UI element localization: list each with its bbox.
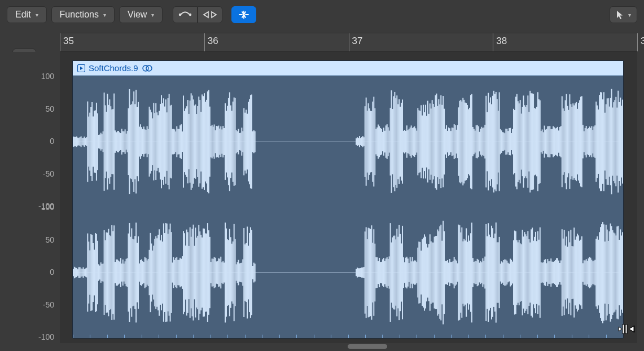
- svg-rect-815: [410, 257, 411, 288]
- svg-rect-14: [78, 138, 80, 146]
- svg-rect-596: [169, 229, 170, 315]
- svg-rect-49: [117, 131, 118, 152]
- svg-rect-610: [184, 233, 185, 312]
- svg-rect-588: [160, 240, 161, 305]
- svg-rect-880: [481, 262, 482, 283]
- edit-menu[interactable]: Edit ▾: [7, 6, 47, 23]
- svg-rect-522: [87, 234, 88, 312]
- svg-rect-821: [416, 262, 417, 283]
- audio-region[interactable]: SoftChords.9: [72, 60, 624, 339]
- svg-rect-545: [112, 231, 113, 314]
- svg-rect-55: [124, 131, 125, 152]
- svg-rect-839: [436, 236, 437, 309]
- svg-rect-370: [470, 95, 471, 188]
- waveform-area[interactable]: SoftChords.9: [60, 52, 637, 343]
- svg-rect-451: [559, 127, 560, 156]
- svg-rect-963: [572, 246, 573, 299]
- svg-rect-376: [477, 125, 478, 159]
- svg-rect-608: [182, 256, 183, 289]
- svg-rect-453: [562, 96, 563, 187]
- svg-rect-854: [453, 261, 454, 284]
- svg-rect-148: [226, 111, 227, 172]
- svg-rect-988: [600, 227, 601, 318]
- svg-rect-516: [81, 269, 82, 277]
- svg-rect-529: [95, 233, 96, 312]
- svg-rect-280: [371, 111, 372, 172]
- svg-rect-847: [445, 261, 446, 284]
- svg-rect-910: [514, 231, 515, 315]
- svg-rect-173: [253, 130, 255, 153]
- svg-rect-411: [515, 96, 516, 186]
- svg-rect-535: [102, 264, 103, 281]
- svg-rect-296: [389, 130, 390, 152]
- svg-rect-338: [435, 95, 436, 188]
- svg-rect-656: [235, 239, 236, 306]
- svg-rect-489: [601, 93, 602, 191]
- svg-rect-635: [212, 258, 213, 287]
- svg-rect-425: [531, 93, 532, 190]
- svg-rect-673: [253, 263, 255, 283]
- svg-rect-806: [400, 234, 401, 311]
- svg-rect-785: [376, 257, 378, 288]
- svg-rect-553: [121, 264, 122, 282]
- scrollbar-thumb[interactable]: [348, 344, 387, 349]
- functions-menu-label: Functions: [60, 10, 99, 20]
- svg-rect-429: [535, 108, 536, 174]
- svg-rect-273: [363, 137, 365, 146]
- svg-rect-474: [585, 128, 586, 155]
- svg-rect-408: [512, 129, 513, 155]
- svg-rect-902: [505, 260, 506, 286]
- svg-rect-930: [536, 241, 537, 304]
- svg-rect-349: [447, 131, 448, 152]
- svg-rect-579: [150, 233, 151, 312]
- svg-rect-873: [474, 262, 475, 283]
- flex-tool-button[interactable]: [173, 6, 198, 23]
- svg-rect-550: [118, 261, 119, 285]
- svg-rect-463: [572, 103, 573, 179]
- svg-rect-341: [438, 99, 439, 184]
- svg-rect-518: [83, 267, 84, 278]
- horizontal-scrollbar[interactable]: [60, 344, 637, 350]
- functions-menu[interactable]: Functions ▾: [51, 6, 115, 23]
- svg-rect-392: [494, 94, 496, 189]
- svg-rect-30: [96, 103, 97, 181]
- svg-rect-970: [580, 240, 581, 306]
- svg-rect-919: [524, 232, 525, 313]
- svg-rect-482: [593, 126, 594, 157]
- svg-rect-60: [129, 89, 130, 194]
- svg-rect-831: [427, 248, 428, 298]
- loop-tool-button[interactable]: [198, 6, 222, 23]
- svg-rect-989: [601, 224, 602, 321]
- svg-rect-144: [221, 129, 222, 153]
- timeline-ruler[interactable]: 3536373839: [60, 33, 637, 52]
- svg-rect-345: [443, 96, 444, 187]
- svg-rect-593: [165, 223, 167, 322]
- view-menu[interactable]: View ▾: [119, 6, 163, 23]
- svg-rect-93: [165, 99, 167, 183]
- svg-rect-44: [111, 109, 112, 174]
- catch-playhead-button[interactable]: [231, 6, 256, 23]
- svg-rect-478: [589, 126, 590, 156]
- svg-rect-665: [244, 244, 246, 301]
- svg-rect-426: [532, 94, 533, 190]
- svg-rect-79: [150, 109, 151, 173]
- svg-rect-544: [111, 225, 112, 320]
- svg-rect-584: [155, 236, 156, 309]
- svg-rect-366: [466, 103, 467, 180]
- region-header[interactable]: SoftChords.9: [73, 61, 623, 76]
- svg-rect-591: [163, 223, 164, 322]
- svg-rect-877: [478, 260, 479, 285]
- svg-rect-52: [120, 133, 121, 150]
- svg-rect-867: [467, 242, 468, 303]
- svg-rect-139: [216, 126, 217, 157]
- svg-rect-87: [159, 111, 160, 173]
- pointer-tool-menu[interactable]: ▾: [610, 6, 637, 23]
- svg-rect-913: [518, 242, 519, 302]
- svg-rect-65: [134, 104, 135, 179]
- svg-rect-819: [414, 260, 415, 284]
- svg-rect-606: [179, 258, 181, 287]
- svg-rect-974: [585, 260, 586, 284]
- svg-rect-775: [366, 227, 367, 318]
- svg-rect-403: [506, 129, 507, 154]
- svg-rect-959: [568, 231, 569, 314]
